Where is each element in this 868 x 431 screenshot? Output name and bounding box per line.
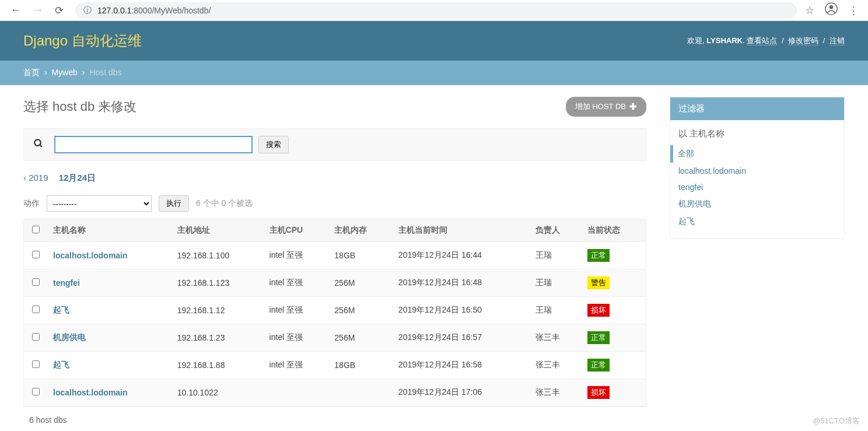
search-button[interactable]: 搜索: [258, 136, 289, 153]
back-icon[interactable]: ←: [10, 4, 21, 16]
host-name-link[interactable]: localhost.lodomain: [53, 388, 128, 397]
breadcrumb-home[interactable]: 首页: [23, 68, 40, 77]
cell-name: localhost.lodomain: [47, 242, 172, 269]
col-time[interactable]: 主机当前时间: [393, 219, 530, 242]
col-owner[interactable]: 负责人: [530, 219, 582, 242]
row-check-cell: [24, 324, 47, 352]
col-status[interactable]: 当前状态: [582, 219, 646, 242]
action-go-button[interactable]: 执行: [159, 195, 189, 212]
filter-link[interactable]: 起飞: [678, 216, 695, 226]
cell-owner: 王瑞: [530, 269, 582, 297]
filter-link[interactable]: tengfei: [678, 183, 703, 192]
cell-status: 损坏: [582, 297, 646, 324]
forward-icon[interactable]: →: [33, 4, 43, 16]
cell-mem: 18GB: [328, 242, 393, 269]
watermark: @51CTO博客: [813, 416, 860, 426]
cell-addr: 192.168.1.12: [172, 297, 264, 324]
status-badge: 警告: [587, 276, 610, 289]
change-password-link[interactable]: 修改密码: [788, 36, 818, 45]
cell-mem: 256M: [328, 297, 393, 324]
search-input[interactable]: [54, 136, 253, 153]
table-row: localhost.lodomain10.10.10222019年12月24日 …: [24, 379, 646, 407]
row-checkbox[interactable]: [32, 333, 40, 341]
breadcrumb-app[interactable]: Myweb: [51, 68, 77, 77]
url-text: 127.0.0.1:8000/MyWeb/hostdb/: [97, 6, 211, 15]
add-hostdb-button[interactable]: 增加 HOST DB ✚: [566, 97, 646, 117]
cell-name: localhost.lodomain: [47, 379, 172, 407]
plus-icon: ✚: [629, 101, 637, 112]
url-bar[interactable]: ⓘ 127.0.0.1:8000/MyWeb/hostdb/: [75, 2, 797, 19]
url-path: :8000/MyWeb/hostdb/: [131, 6, 211, 15]
select-all-header: [24, 219, 47, 242]
separator: /: [782, 36, 784, 45]
action-select[interactable]: ---------: [47, 195, 152, 212]
cell-mem: [328, 379, 393, 407]
col-mem[interactable]: 主机内存: [328, 219, 393, 242]
host-name-link[interactable]: localhost.lodomain: [53, 251, 128, 260]
kebab-menu-icon[interactable]: ⋮: [848, 4, 859, 17]
row-checkbox[interactable]: [32, 278, 40, 286]
view-site-link[interactable]: 查看站点: [747, 36, 777, 45]
row-checkbox[interactable]: [32, 388, 40, 395]
separator: /: [823, 36, 825, 45]
add-button-label: 增加 HOST DB: [575, 101, 626, 112]
row-check-cell: [24, 352, 47, 379]
table-row: 起飞192.168.1.88intel 至强18GB2019年12月24日 16…: [24, 352, 646, 379]
row-checkbox[interactable]: [32, 360, 40, 368]
cell-time: 2019年12月24日 16:58: [393, 352, 530, 379]
cell-time: 2019年12月24日 16:57: [393, 324, 530, 352]
cell-owner: 王瑞: [530, 297, 582, 324]
cell-status: 正常: [582, 242, 646, 269]
filter-item[interactable]: 全部: [670, 145, 836, 163]
filter-panel: 过滤器 以 主机名称 全部localhost.lodomaintengfei机房…: [670, 97, 845, 239]
content: 选择 host db 来修改 增加 HOST DB ✚ 搜索 ‹ 2019 12…: [0, 85, 868, 431]
cell-addr: 10.10.1022: [172, 379, 264, 407]
row-checkbox[interactable]: [32, 251, 40, 258]
browser-chrome: ← → ⟳ ⓘ 127.0.0.1:8000/MyWeb/hostdb/ ☆ ⋮: [0, 0, 868, 21]
breadcrumb-sep: ›: [44, 68, 47, 77]
col-cpu[interactable]: 主机CPU: [264, 219, 329, 242]
status-badge: 正常: [587, 359, 610, 372]
browser-right-icons: ☆ ⋮: [805, 2, 859, 18]
filter-link[interactable]: localhost.lodomain: [678, 166, 746, 176]
search-bar: 搜索: [23, 128, 646, 161]
profile-icon[interactable]: [825, 2, 838, 18]
select-all-checkbox[interactable]: [32, 226, 40, 233]
info-icon[interactable]: ⓘ: [83, 5, 92, 16]
url-host: 127.0.0.1: [97, 6, 131, 15]
cell-owner: 张三丰: [530, 352, 582, 379]
cell-cpu: intel 至强: [264, 242, 329, 269]
cell-status: 警告: [582, 269, 646, 297]
col-name[interactable]: 主机名称: [47, 219, 172, 242]
site-title[interactable]: Django 自动化运维: [23, 31, 142, 50]
status-badge: 正常: [587, 331, 610, 344]
filter-item[interactable]: 机房供电: [678, 195, 836, 213]
status-badge: 正常: [587, 249, 610, 262]
filter-item[interactable]: localhost.lodomain: [678, 163, 836, 179]
results-table: 主机名称 主机地址 主机CPU 主机内存 主机当前时间 负责人 当前状态 loc…: [24, 219, 646, 407]
host-name-link[interactable]: 起飞: [53, 360, 69, 369]
filter-link[interactable]: 全部: [678, 149, 694, 158]
page-title: 选择 host db 来修改: [23, 98, 136, 115]
prev-year-link[interactable]: ‹ 2019: [23, 173, 48, 183]
filter-item[interactable]: tengfei: [678, 179, 836, 195]
status-badge: 损坏: [587, 386, 610, 399]
breadcrumb-current: Host dbs: [89, 68, 121, 77]
host-name-link[interactable]: 机房供电: [53, 332, 86, 342]
reload-icon[interactable]: ⟳: [55, 4, 64, 17]
logout-link[interactable]: 注销: [830, 36, 845, 45]
cell-cpu: [264, 379, 329, 407]
cell-status: 正常: [582, 324, 646, 352]
cell-name: 起飞: [47, 352, 172, 379]
filter-item[interactable]: 起飞: [678, 213, 836, 230]
filter-link[interactable]: 机房供电: [678, 199, 711, 208]
host-name-link[interactable]: tengfei: [53, 278, 80, 288]
row-checkbox[interactable]: [32, 306, 40, 313]
host-name-link[interactable]: 起飞: [53, 305, 69, 314]
cell-addr: 192.168.1.123: [172, 269, 264, 297]
svg-point-1: [830, 5, 833, 9]
bookmark-star-icon[interactable]: ☆: [805, 4, 814, 17]
cell-addr: 192.168.1.100: [172, 242, 264, 269]
row-check-cell: [24, 297, 47, 324]
col-addr[interactable]: 主机地址: [172, 219, 264, 242]
